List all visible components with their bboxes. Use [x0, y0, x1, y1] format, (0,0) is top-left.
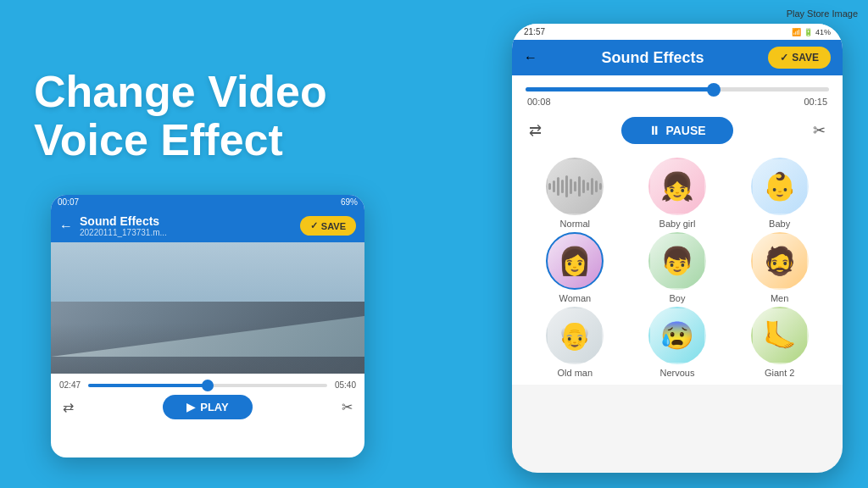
hero-line1: Change Video [34, 68, 327, 116]
right-time-end: 00:15 [804, 97, 827, 107]
hero-text: Change Video Voice Effect [34, 68, 327, 164]
effect-item-giant2[interactable]: 🦶Giant 2 [730, 307, 829, 378]
effect-label-baby: Baby [769, 219, 790, 229]
left-play-label: PLAY [200, 401, 228, 413]
right-time-row: 00:08 00:15 [526, 97, 829, 107]
effect-item-normal[interactable]: Normal [526, 158, 625, 229]
effects-grid: Normal👧Baby girl👶Baby👩Woman👦Boy🧔Men👴Old … [512, 151, 843, 385]
left-save-check-icon: ✓ [310, 220, 318, 231]
left-app-subtitle: 20220111_173731.m... [80, 228, 293, 237]
left-controls-row: ⇄ ▶ PLAY ✂ [59, 393, 356, 421]
effect-avatar-woman: 👩 [546, 232, 604, 290]
video-thumbnail [51, 242, 364, 374]
right-save-button[interactable]: ✓ SAVE [768, 47, 831, 69]
effect-item-baby[interactable]: 👶Baby [730, 158, 829, 229]
hero-line2: Voice Effect [34, 116, 327, 164]
effect-avatar-men: 🧔 [751, 232, 809, 290]
right-controls: ⇄ ⏸ PAUSE ✂ [512, 110, 843, 151]
effect-avatar-oldman: 👴 [546, 307, 604, 364]
right-pause-button[interactable]: ⏸ PAUSE [621, 117, 732, 144]
effect-item-oldman[interactable]: 👴Old man [526, 307, 625, 378]
right-time: 21:57 [524, 27, 545, 36]
phone-left: 00:07 69% ← Sound Effects 20220111_17373… [51, 195, 364, 458]
effect-label-woman: Woman [559, 293, 591, 303]
right-app-bar: ← Sound Effects ✓ SAVE [512, 40, 843, 75]
right-slider-track[interactable] [526, 87, 829, 92]
right-repeat-icon[interactable]: ⇄ [529, 121, 542, 140]
effect-item-men[interactable]: 🧔Men [730, 232, 829, 303]
effect-label-nervous: Nervous [660, 368, 695, 378]
right-pause-label: PAUSE [665, 124, 705, 137]
left-slider-fill [88, 384, 208, 387]
left-back-button[interactable]: ← [59, 219, 73, 234]
left-status-bar: 00:07 69% [51, 195, 364, 209]
play-store-label: Play Store Image [787, 8, 858, 19]
left-app-bar: ← Sound Effects 20220111_173731.m... ✓ S… [51, 209, 364, 242]
right-cut-icon[interactable]: ✂ [813, 121, 826, 140]
effect-label-normal: Normal [560, 219, 590, 229]
right-time-start: 00:08 [527, 97, 551, 107]
left-repeat-icon[interactable]: ⇄ [63, 399, 74, 415]
right-status-bar: 21:57 📶 🔋 41% [512, 24, 843, 40]
effect-avatar-nervous: 😰 [648, 307, 706, 364]
left-time-start: 02:47 [59, 380, 83, 390]
effect-avatar-boy: 👦 [648, 232, 706, 290]
left-slider-thumb[interactable] [202, 380, 214, 391]
right-app-title: Sound Effects [546, 49, 760, 67]
effect-label-giant2: Giant 2 [765, 368, 794, 378]
effect-item-babygirl[interactable]: 👧Baby girl [628, 158, 727, 229]
right-save-label: SAVE [792, 52, 819, 64]
effect-item-nervous[interactable]: 😰Nervous [628, 307, 727, 378]
right-battery-pct: 41% [815, 28, 831, 36]
effect-avatar-babygirl: 👧 [648, 158, 706, 215]
left-play-icon: ▶ [186, 401, 195, 413]
effect-item-woman[interactable]: 👩Woman [526, 232, 625, 303]
left-title-block: Sound Effects 20220111_173731.m... [80, 214, 293, 237]
right-slider-area: 00:08 00:15 [512, 75, 843, 110]
effect-avatar-baby: 👶 [751, 158, 809, 215]
right-pause-icon: ⏸ [648, 124, 660, 137]
left-save-label: SAVE [321, 221, 346, 231]
right-slider-thumb[interactable] [707, 83, 721, 97]
left-cut-icon[interactable]: ✂ [342, 399, 353, 415]
right-status-icons: 📶 🔋 41% [792, 28, 831, 36]
effect-avatar-giant2: 🦶 [751, 307, 809, 364]
effect-label-oldman: Old man [558, 368, 593, 378]
left-battery: 69% [341, 197, 358, 207]
left-save-button[interactable]: ✓ SAVE [300, 216, 356, 236]
right-slider-fill [526, 87, 714, 92]
effect-label-boy: Boy [670, 293, 686, 303]
left-playback-bar: 02:47 05:40 ⇄ ▶ PLAY ✂ [51, 374, 364, 424]
left-app-title: Sound Effects [80, 214, 293, 228]
effect-label-babygirl: Baby girl [659, 219, 696, 229]
effect-label-men: Men [771, 293, 788, 303]
right-save-check-icon: ✓ [780, 52, 788, 64]
left-time: 00:07 [58, 197, 79, 207]
left-time-end: 05:40 [332, 380, 356, 390]
left-time-slider-row: 02:47 05:40 [59, 380, 356, 390]
effect-avatar-normal [546, 158, 604, 215]
left-slider-track[interactable] [88, 384, 327, 387]
right-back-button[interactable]: ← [524, 50, 537, 65]
left-play-button[interactable]: ▶ PLAY [163, 395, 252, 419]
phone-right: 21:57 📶 🔋 41% ← Sound Effects ✓ SAVE 00:… [512, 24, 843, 473]
effect-item-boy[interactable]: 👦Boy [628, 232, 727, 303]
